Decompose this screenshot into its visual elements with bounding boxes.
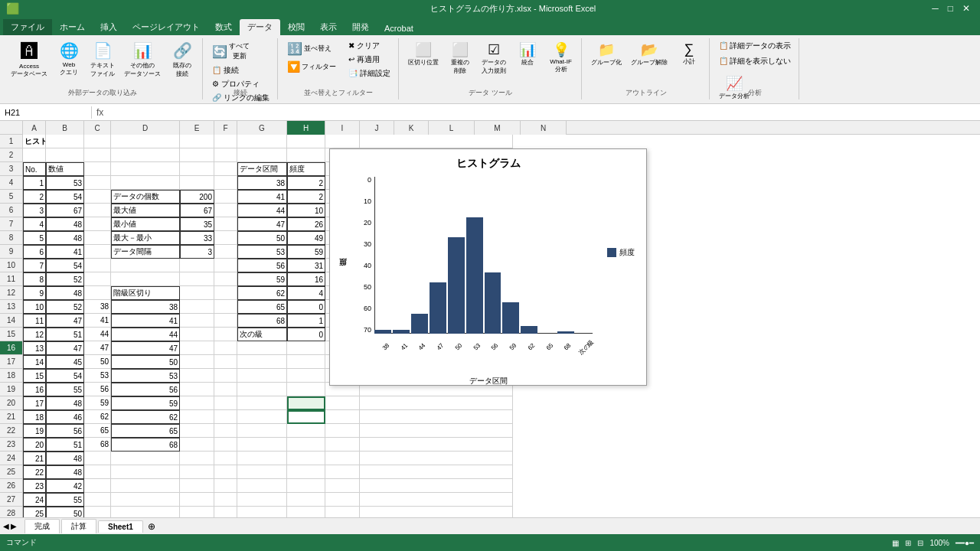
cell-b4[interactable]: 53	[46, 176, 84, 190]
col-i-header[interactable]: I	[325, 121, 360, 135]
cell-d14[interactable]: 41	[111, 314, 180, 328]
cell-g27[interactable]	[237, 493, 287, 507]
cell-f22[interactable]	[214, 424, 237, 438]
view-normal-icon[interactable]: ▦	[892, 539, 899, 547]
cell-i23[interactable]	[325, 438, 360, 452]
cell-f27[interactable]	[214, 493, 237, 507]
cell-h1[interactable]	[287, 135, 325, 148]
minimize-btn[interactable]: ─	[928, 3, 942, 14]
sheet-tab-add[interactable]: ⊕	[148, 521, 155, 532]
cell-f4[interactable]	[214, 176, 237, 190]
cell-c22[interactable]: 65	[84, 424, 111, 438]
cell-h16[interactable]	[287, 341, 325, 355]
cell-g15[interactable]: 次の級	[237, 328, 287, 341]
cell-d12[interactable]: 階級区切り	[111, 286, 180, 300]
cell-c13[interactable]: 38	[84, 300, 111, 314]
cell-j22[interactable]	[360, 424, 513, 438]
cell-d8[interactable]: 最大－最小	[111, 231, 180, 245]
cell-i21[interactable]	[325, 410, 360, 424]
cell-d21[interactable]: 62	[111, 410, 180, 424]
btn-validation[interactable]: ☑ データの入力規則	[479, 40, 509, 77]
btn-other[interactable]: 📊 その他のデータソース	[121, 40, 164, 80]
cell-d16[interactable]: 47	[111, 341, 180, 355]
sheet-tab-sheet1[interactable]: Sheet1	[98, 520, 143, 533]
cell-h3[interactable]: 頻度	[287, 162, 325, 176]
sheet-scroll-left[interactable]: ◀	[3, 522, 9, 530]
cell-d26[interactable]	[111, 479, 180, 493]
cell-a10[interactable]: 7	[23, 259, 46, 272]
cell-h26[interactable]	[287, 479, 325, 493]
cell-g6[interactable]: 44	[237, 204, 287, 217]
cell-f24[interactable]	[214, 452, 237, 465]
cell-g13[interactable]: 65	[237, 300, 287, 314]
col-g-header[interactable]: G	[237, 121, 287, 135]
btn-refresh-all[interactable]: 🔄 すべて更新	[209, 40, 253, 63]
cell-i26[interactable]	[325, 479, 360, 493]
view-layout-icon[interactable]: ⊞	[905, 539, 911, 547]
cell-b10[interactable]: 54	[46, 259, 84, 272]
cell-a18[interactable]: 15	[23, 369, 46, 383]
cell-j24[interactable]	[360, 452, 513, 465]
cell-g5[interactable]: 41	[237, 190, 287, 204]
cell-c2[interactable]	[84, 148, 111, 162]
cell-a22[interactable]: 19	[23, 424, 46, 438]
cell-h5[interactable]: 2	[287, 190, 325, 204]
cell-e26[interactable]	[180, 479, 214, 493]
cell-d9[interactable]: データ間隔	[111, 245, 180, 259]
btn-connection[interactable]: 📋 接続	[209, 64, 242, 77]
btn-split[interactable]: ⬜ 区切り位置	[405, 40, 442, 68]
cell-c21[interactable]: 62	[84, 410, 111, 424]
cell-h13[interactable]: 0	[287, 300, 325, 314]
cell-name-box[interactable]: H21	[0, 106, 92, 119]
cell-a17[interactable]: 14	[23, 355, 46, 369]
cell-j27[interactable]	[360, 493, 513, 507]
cell-g14[interactable]: 68	[237, 314, 287, 328]
cell-a6[interactable]: 3	[23, 204, 46, 217]
tab-acrobat[interactable]: Acrobat	[377, 21, 421, 35]
cell-a15[interactable]: 12	[23, 328, 46, 341]
cell-g12[interactable]: 62	[237, 286, 287, 300]
cell-d23[interactable]: 68	[111, 438, 180, 452]
cell-a14[interactable]: 11	[23, 314, 46, 328]
cell-h19[interactable]	[287, 383, 325, 396]
zoom-slider[interactable]: ━━●━	[956, 539, 974, 547]
cell-e13[interactable]	[180, 300, 214, 314]
cell-d19[interactable]: 56	[111, 383, 180, 396]
cell-f19[interactable]	[214, 383, 237, 396]
cell-i25[interactable]	[325, 465, 360, 479]
cell-a2[interactable]	[23, 148, 46, 162]
sheet-tab-keisan[interactable]: 計算	[61, 519, 96, 533]
tab-file[interactable]: ファイル	[3, 19, 52, 35]
cell-f18[interactable]	[214, 369, 237, 383]
cell-d18[interactable]: 53	[111, 369, 180, 383]
cell-b21[interactable]: 46	[46, 410, 84, 424]
cell-e8[interactable]: 33	[180, 231, 214, 245]
col-d-header[interactable]: D	[111, 121, 180, 135]
cell-c14[interactable]: 41	[84, 314, 111, 328]
cell-f14[interactable]	[214, 314, 237, 328]
cell-b25[interactable]: 48	[46, 465, 84, 479]
cell-b17[interactable]: 45	[46, 355, 84, 369]
cell-e9[interactable]: 3	[180, 245, 214, 259]
cell-g16[interactable]	[237, 341, 287, 355]
btn-group[interactable]: 📁 グループ化	[588, 40, 625, 68]
cell-h24[interactable]	[287, 452, 325, 465]
cell-c19[interactable]: 56	[84, 383, 111, 396]
btn-subtotal[interactable]: ∑ 小計	[674, 40, 704, 67]
cell-d7[interactable]: 最小値	[111, 217, 180, 231]
cell-e1[interactable]	[180, 135, 214, 148]
cell-d6[interactable]: 最大値	[111, 204, 180, 217]
cell-e19[interactable]	[180, 383, 214, 396]
cell-e4[interactable]	[180, 176, 214, 190]
cell-d10[interactable]	[111, 259, 180, 272]
cell-f7[interactable]	[214, 217, 237, 231]
cell-d4[interactable]	[111, 176, 180, 190]
cell-b24[interactable]: 48	[46, 452, 84, 465]
cell-b16[interactable]: 47	[46, 341, 84, 355]
cell-i20[interactable]	[325, 396, 360, 410]
cell-e20[interactable]	[180, 396, 214, 410]
btn-detail-display[interactable]: 📋 詳細データの表示	[716, 40, 795, 52]
col-j-header[interactable]: J	[360, 121, 394, 135]
cell-h11[interactable]: 16	[287, 272, 325, 286]
cell-h14[interactable]: 1	[287, 314, 325, 328]
